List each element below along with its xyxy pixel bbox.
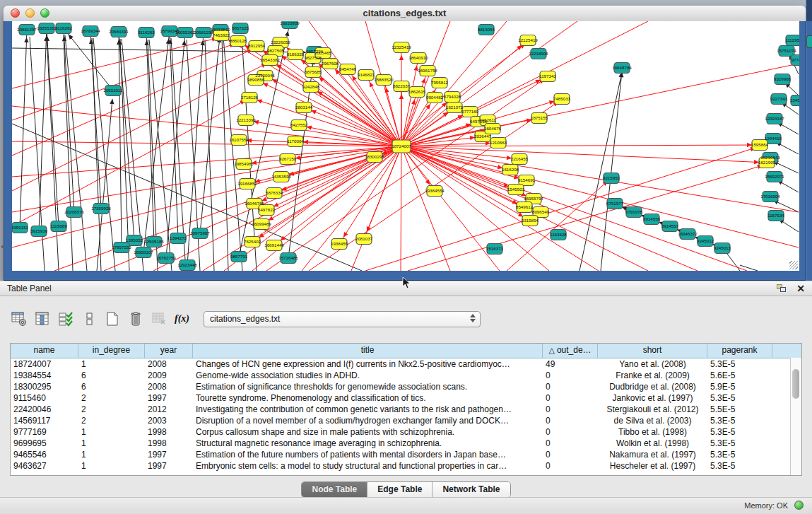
- column-header-title[interactable]: title: [193, 344, 543, 358]
- float-panel-icon[interactable]: [777, 284, 787, 293]
- graph-node-label: 16648784: [612, 65, 632, 70]
- function-builder-icon[interactable]: f(x): [175, 313, 189, 325]
- graph-node-label: 1875155: [531, 115, 548, 120]
- column-header-name[interactable]: name: [11, 344, 78, 358]
- graph-node-label: 9245012: [697, 238, 714, 243]
- graph-node-label: 9315894: [522, 218, 539, 223]
- graph-node-label: 8914557: [661, 223, 679, 228]
- table-cell: 1998: [145, 426, 193, 438]
- table-row[interactable]: 911546021997Tourette syndrome. Phenomeno…: [11, 392, 801, 404]
- graph-node-label: 1395053: [126, 238, 143, 243]
- graph-node-label: 17359928: [91, 206, 111, 211]
- network-canvas[interactable]: 2068129716055361911626218799344206843919…: [12, 21, 799, 271]
- graph-node-label: 2036447: [474, 134, 492, 139]
- graph-node-label: 1516373: [486, 246, 504, 251]
- close-panel-icon[interactable]: ✕: [796, 284, 805, 293]
- graph-node-label: 9857791: [230, 254, 248, 259]
- table-cell: 1997: [145, 392, 193, 404]
- traffic-lights: [11, 8, 49, 18]
- column-header-out_de[interactable]: △out_de…: [543, 344, 598, 358]
- new-table-icon[interactable]: [103, 310, 122, 328]
- table-cell: 0: [543, 449, 598, 460]
- delete-table-icon[interactable]: [150, 310, 168, 328]
- column-header-short[interactable]: short: [598, 344, 707, 358]
- table-row[interactable]: 1456911722003Disruption of a novel membe…: [11, 415, 801, 426]
- graph-node-label: 6791977: [606, 201, 624, 206]
- memory-ok-indicator[interactable]: [794, 501, 804, 510]
- graph-node-label: 9329966: [774, 76, 792, 81]
- table-cell: 0: [543, 370, 598, 381]
- table-cell: 1: [78, 449, 145, 460]
- table-row[interactable]: 977716911998Corpus callosum shape and si…: [11, 426, 801, 438]
- graph-node-label: 19384554: [425, 188, 445, 193]
- graph-node-label: 8813054: [478, 27, 495, 32]
- graph-node-label: 5875685: [305, 69, 322, 74]
- graph-node-label: 8549612: [516, 204, 534, 209]
- table-cell: 9699695: [11, 438, 78, 449]
- graph-node-label: 16046766: [245, 201, 264, 206]
- graph-node-label: 15692971: [765, 174, 784, 179]
- graph-node-label: 12923448: [177, 262, 197, 267]
- table-cell: 0: [543, 438, 598, 449]
- graph-node-label: 2005465: [314, 50, 332, 55]
- graph-node-label: 1394273: [170, 235, 187, 240]
- table-cell: 5.3E-5: [707, 449, 772, 460]
- graph-node-label: 1616208: [502, 167, 519, 172]
- column-header-in_degree[interactable]: in_degree: [78, 344, 145, 358]
- table-cell: 5.3E-5: [707, 460, 772, 472]
- graph-node-label: 18640910: [408, 55, 428, 60]
- tab-network-table[interactable]: Network Table: [433, 482, 510, 497]
- minimize-window-button[interactable]: [25, 8, 35, 18]
- graph-node-label: 9154691: [518, 177, 536, 182]
- network-graph[interactable]: 2068129716055361911626218799344206843919…: [12, 21, 799, 271]
- column-header-pagerank[interactable]: pagerank: [707, 344, 772, 358]
- select-all-rows-icon[interactable]: [57, 310, 75, 328]
- table-row[interactable]: 946554611997Estimation of the future num…: [11, 449, 801, 460]
- zoom-window-button[interactable]: [40, 8, 49, 18]
- table-row[interactable]: 969969511998Structural magnetic resonanc…: [11, 438, 801, 449]
- graph-node-label: 1621905: [758, 160, 776, 165]
- window-titlebar[interactable]: citations_edges.txt: [4, 6, 806, 22]
- scrollbar-thumb[interactable]: [792, 369, 799, 399]
- table-cell: Tourette syndrome. Phenomenology and cla…: [193, 392, 543, 404]
- table-mode-tabs: Node Table Edge Table Network Table: [301, 481, 510, 498]
- table-cell: Jankovic et al. (1997): [598, 392, 707, 404]
- table-row[interactable]: 2242004622012Investigating the contribut…: [11, 404, 801, 415]
- network-view-window: citations_edges.txt 20681297160553619116…: [4, 6, 806, 281]
- table-cell: 9777169: [11, 426, 78, 438]
- table-cell: Embryonic stem cells: a model to study s…: [193, 460, 543, 472]
- show-column-icon[interactable]: [33, 310, 52, 328]
- graph-node-label: 1170064: [287, 139, 304, 144]
- canvas-resize-grip[interactable]: [789, 261, 798, 269]
- close-window-button[interactable]: [11, 8, 20, 18]
- table-cell: Estimation of significance thresholds fo…: [193, 381, 543, 392]
- delete-row-icon[interactable]: [126, 310, 145, 328]
- table-vertical-scrollbar[interactable]: [790, 358, 801, 475]
- graph-node-label: 2718126: [241, 95, 259, 100]
- table-cell: 5.6E-5: [707, 370, 772, 381]
- network-table-select[interactable]: citations_edges.txt: [204, 311, 481, 327]
- column-pair-icon[interactable]: [80, 310, 98, 328]
- graph-node-label: 16691449: [264, 243, 284, 247]
- graph-node-label: 9245013: [714, 245, 731, 250]
- tab-node-table[interactable]: Node Table: [302, 482, 367, 497]
- table-row[interactable]: 946362711997Embryonic stem cells: a mode…: [11, 460, 801, 472]
- table-settings-icon[interactable]: [10, 310, 28, 328]
- table-row[interactable]: 1938455462009Genome-wide association stu…: [11, 370, 801, 381]
- tab-edge-table[interactable]: Edge Table: [367, 482, 433, 497]
- graph-node-label: 16055362: [175, 30, 195, 35]
- table-cell: 0: [543, 426, 598, 438]
- graph-node-label: 1112953: [785, 37, 799, 42]
- panel-collapse-arrow[interactable]: [1, 244, 4, 250]
- table-row[interactable]: 1872400712008Changes of HCN gene express…: [11, 358, 801, 370]
- table-cell: 9465546: [11, 449, 78, 460]
- table-row[interactable]: 1830029562008Estimation of significance …: [11, 381, 801, 392]
- table-cell: 0: [543, 381, 598, 392]
- column-header-year[interactable]: year: [145, 344, 193, 358]
- table-cell: Corpus callosum shape and size in male p…: [193, 426, 543, 438]
- table-cell: 1: [78, 460, 145, 472]
- graph-node-label: 9777169: [461, 109, 479, 114]
- graph-node-label: 20206576: [64, 209, 84, 214]
- table-cell: Genome-wide association studies in ADHD.: [193, 370, 543, 381]
- graph-node-label: 5497822: [258, 207, 276, 212]
